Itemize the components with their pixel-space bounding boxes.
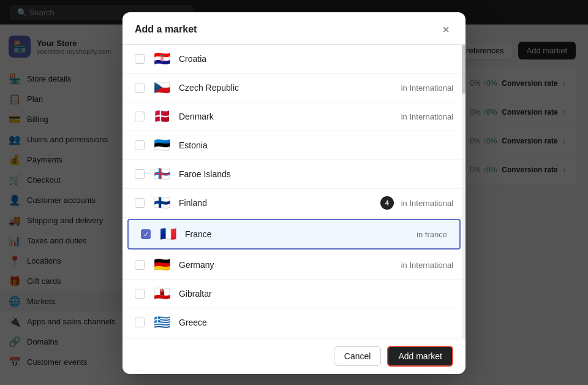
modal-overlay: Add a market × 🇭🇷 Croatia 🇨🇿 Czech Repub… [0,0,588,385]
country-market: in france [417,230,447,239]
country-market: in International [401,83,453,93]
country-name: Greece [179,318,446,327]
country-market: in International [401,261,453,270]
greece-checkbox[interactable] [135,318,145,327]
list-item[interactable]: 🇩🇰 Denmark in International [123,102,466,131]
list-item[interactable]: 🇬🇷 Greece [123,308,466,337]
czech-checkbox[interactable] [135,83,145,93]
list-item[interactable]: 🇫🇴 Faroe Islands [123,160,466,189]
cancel-button[interactable]: Cancel [334,346,382,366]
country-name: Finland [179,198,371,208]
modal-footer: Cancel Add market [123,338,466,374]
modal-add-market-button[interactable]: Add market [387,346,453,367]
gibraltar-checkbox[interactable] [135,289,145,299]
finland-flag: 🇫🇮 [152,195,172,211]
step-badge-4: 4 [380,196,394,210]
list-item[interactable]: 🇫🇷 France in france [127,219,461,250]
modal-title: Add a market [135,24,197,35]
list-item[interactable]: 🇬🇮 Gibraltar [123,280,466,308]
country-name: Croatia [179,54,446,64]
country-list[interactable]: 🇭🇷 Croatia 🇨🇿 Czech Republic in Internat… [123,44,466,338]
country-name: Germany [179,260,394,270]
modal-close-button[interactable]: × [439,22,453,37]
country-name: France [185,229,409,239]
list-item[interactable]: 🇫🇮 Finland 4 in International [123,189,466,218]
czech-flag: 🇨🇿 [152,80,172,96]
germany-flag: 🇩🇪 [152,257,172,273]
country-market: in International [401,199,453,208]
croatia-flag: 🇭🇷 [152,51,172,67]
scrollbar-thumb[interactable] [462,45,466,94]
list-item[interactable]: 🇨🇿 Czech Republic in International [123,74,466,102]
france-checkbox[interactable] [141,229,151,239]
gibraltar-flag: 🇬🇮 [152,286,172,302]
germany-checkbox[interactable] [135,260,145,270]
country-name: Estonia [179,140,446,150]
croatia-checkbox[interactable] [135,54,145,64]
estonia-flag: 🇪🇪 [152,137,172,153]
denmark-checkbox[interactable] [135,112,145,121]
country-name: Czech Republic [179,83,394,93]
scrollbar-track[interactable] [462,45,466,338]
country-name: Faroe Islands [179,169,446,179]
list-item[interactable]: 🇬🇬 Guernsey [123,337,466,338]
greece-flag: 🇬🇷 [152,314,172,330]
france-flag: 🇫🇷 [158,226,178,242]
country-market: in International [401,112,453,121]
denmark-flag: 🇩🇰 [152,109,172,124]
faroe-flag: 🇫🇴 [152,166,172,182]
list-item[interactable]: 🇭🇷 Croatia [123,45,466,74]
faroe-checkbox[interactable] [135,169,145,179]
estonia-checkbox[interactable] [135,140,145,150]
country-name: Denmark [179,112,394,121]
finland-checkbox[interactable] [135,198,145,208]
list-item[interactable]: 🇪🇪 Estonia [123,131,466,160]
add-market-modal: Add a market × 🇭🇷 Croatia 🇨🇿 Czech Repub… [123,12,466,374]
modal-header: Add a market × [123,12,466,44]
country-name: Gibraltar [179,289,446,299]
list-item[interactable]: 🇩🇪 Germany in International [123,251,466,280]
